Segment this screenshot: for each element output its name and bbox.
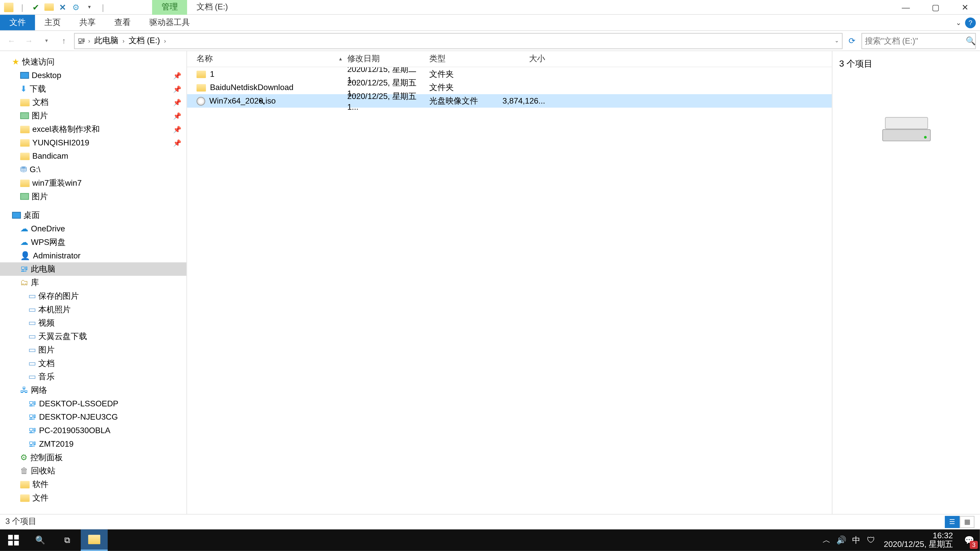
column-type[interactable]: 类型 <box>429 53 496 65</box>
nav-control-panel[interactable]: ⚙ 控制面板 <box>0 451 186 464</box>
nav-library-item[interactable]: ▭视频 <box>0 316 186 330</box>
nav-onedrive[interactable]: ☁ OneDrive <box>0 222 186 235</box>
library-item-icon: ▭ <box>28 291 36 301</box>
nav-network-item[interactable]: 🖳DESKTOP-NJEU3CG <box>0 410 186 424</box>
tab-home[interactable]: 主页 <box>35 15 70 30</box>
nav-label: 控制面板 <box>30 452 63 463</box>
ribbon-expand-icon[interactable]: ⌄ <box>956 19 961 26</box>
up-button[interactable]: ↑ <box>57 33 72 48</box>
tray-ime-icon[interactable]: 中 <box>849 529 864 551</box>
nav-wps[interactable]: ☁ WPS网盘 <box>0 235 186 249</box>
tab-view[interactable]: 查看 <box>105 15 140 30</box>
nav-library-item[interactable]: ▭本机照片 <box>0 303 186 316</box>
crumb-drive[interactable]: 文档 (E:) <box>127 35 161 46</box>
search-input[interactable] <box>865 36 966 45</box>
crumb-this-pc[interactable]: 此电脑 <box>93 35 120 46</box>
address-dropdown-icon[interactable]: ⌄ <box>835 38 839 44</box>
qat-gear-icon[interactable]: ⚙ <box>70 1 82 13</box>
file-row[interactable]: 12020/12/15, 星期二 1...文件夹 <box>187 67 832 81</box>
sort-asc-icon: ▴ <box>339 56 342 62</box>
pc-icon: 🖳 <box>28 426 37 435</box>
window-title: 文档 (E:) <box>187 0 237 14</box>
task-view-button[interactable]: ⧉ <box>54 529 81 551</box>
qat-close-icon[interactable]: ✕ <box>57 1 68 13</box>
recycle-icon: 🗑 <box>20 466 28 475</box>
cloud-icon: ☁ <box>20 224 28 233</box>
nav-network-item[interactable]: 🖳ZMT2019 <box>0 437 186 451</box>
nav-quick-access[interactable]: ★ 快速访问 <box>0 55 186 68</box>
chevron-right-icon[interactable]: › <box>88 37 90 44</box>
nav-quick-access-item[interactable]: ⛃G:\ <box>0 163 186 176</box>
taskbar-explorer[interactable] <box>81 529 107 551</box>
minimize-button[interactable]: — <box>891 0 921 14</box>
tray-security-icon[interactable]: 🛡 <box>864 529 878 551</box>
start-button[interactable] <box>0 529 27 551</box>
nav-quick-access-item[interactable]: excel表格制作求和📌 <box>0 122 186 136</box>
nav-label: 文档 <box>32 97 48 108</box>
tab-share[interactable]: 共享 <box>70 15 105 30</box>
file-row[interactable]: BaiduNetdiskDownload2020/12/25, 星期五 1...… <box>187 81 832 94</box>
nav-recycle-bin[interactable]: 🗑 回收站 <box>0 464 186 478</box>
maximize-button[interactable]: ▢ <box>921 0 950 14</box>
column-name[interactable]: 名称 ▴ <box>197 53 347 65</box>
nav-quick-access-item[interactable]: Bandicam <box>0 149 186 163</box>
nav-network-item[interactable]: 🖳PC-20190530OBLA <box>0 424 186 437</box>
pc-icon: 🖳 <box>20 264 28 274</box>
pin-icon: 📌 <box>173 139 181 146</box>
chevron-right-icon[interactable]: › <box>123 37 124 44</box>
nav-library[interactable]: 🗂 库 <box>0 276 186 289</box>
nav-software[interactable]: 软件 <box>0 478 186 491</box>
pin-icon: 📌 <box>173 125 181 133</box>
action-center-button[interactable]: 💬 3 <box>958 529 980 551</box>
file-type: 文件夹 <box>429 82 496 93</box>
nav-network-item[interactable]: 🖳DESKTOP-LSSOEDP <box>0 397 186 410</box>
nav-label: 图片 <box>38 344 54 356</box>
nav-library-item[interactable]: ▭音乐 <box>0 370 186 383</box>
file-row[interactable]: Win7x64_2020.iso2020/12/25, 星期五 1...光盘映像… <box>187 94 832 108</box>
view-details-button[interactable]: ☰ <box>945 516 959 527</box>
nav-network[interactable]: 🖧 网络 <box>0 383 186 397</box>
search-button[interactable]: 🔍 <box>27 529 54 551</box>
qat-folder-icon[interactable] <box>43 1 55 13</box>
close-button[interactable]: ✕ <box>950 0 980 14</box>
chevron-right-icon[interactable]: › <box>164 37 166 44</box>
qat-dropdown-icon[interactable]: ▾ <box>83 1 95 13</box>
help-icon[interactable]: ? <box>965 17 976 28</box>
nav-label: 桌面 <box>24 210 40 221</box>
nav-library-item[interactable]: ▭保存的图片 <box>0 289 186 303</box>
tray-volume-icon[interactable]: 🔊 <box>834 529 849 551</box>
nav-label: 软件 <box>32 478 48 490</box>
nav-quick-access-item[interactable]: YUNQISHI2019📌 <box>0 136 186 149</box>
breadcrumb[interactable]: 🖳 › 此电脑 › 文档 (E:) › ⌄ <box>74 33 842 49</box>
nav-quick-access-item[interactable]: 图片 <box>0 190 186 203</box>
contextual-tab-manage[interactable]: 管理 <box>152 0 187 14</box>
forward-button[interactable]: → <box>21 33 36 48</box>
nav-library-item[interactable]: ▭文档 <box>0 357 186 370</box>
refresh-button[interactable]: ⟳ <box>845 34 859 48</box>
tab-file[interactable]: 文件 <box>0 15 35 30</box>
tray-chevron-up-icon[interactable]: ︿ <box>819 529 834 551</box>
column-size[interactable]: 大小 <box>496 53 545 65</box>
qat-check-icon[interactable]: ✔ <box>30 1 41 13</box>
nav-quick-access-item[interactable]: Desktop📌 <box>0 68 186 82</box>
column-date[interactable]: 修改日期 <box>347 53 430 65</box>
nav-label: Bandicam <box>32 151 68 161</box>
nav-quick-access-item[interactable]: 图片📌 <box>0 109 186 122</box>
nav-desktop-root[interactable]: 桌面 <box>0 208 186 222</box>
nav-this-pc[interactable]: 🖳 此电脑 <box>0 262 186 276</box>
nav-library-item[interactable]: ▭图片 <box>0 343 186 357</box>
nav-library-item[interactable]: ▭天翼云盘下载 <box>0 330 186 343</box>
taskbar-clock[interactable]: 16:32 2020/12/25, 星期五 <box>878 531 958 549</box>
search-box[interactable]: 🔍 <box>861 33 976 49</box>
nav-quick-access-item[interactable]: ⬇下载📌 <box>0 82 186 96</box>
tab-drive-tools[interactable]: 驱动器工具 <box>140 15 199 30</box>
nav-quick-access-item[interactable]: win7重装win7 <box>0 176 186 190</box>
back-button[interactable]: ← <box>4 33 19 48</box>
address-bar: ← → ▾ ↑ 🖳 › 此电脑 › 文档 (E:) › ⌄ ⟳ 🔍 <box>0 31 980 51</box>
nav-administrator[interactable]: 👤 Administrator <box>0 249 186 262</box>
view-thumbnails-button[interactable]: ▦ <box>959 516 974 527</box>
search-icon[interactable]: 🔍 <box>966 36 976 45</box>
recent-locations-icon[interactable]: ▾ <box>39 33 54 48</box>
nav-docs[interactable]: 文件 <box>0 491 186 505</box>
nav-quick-access-item[interactable]: 文档📌 <box>0 95 186 109</box>
